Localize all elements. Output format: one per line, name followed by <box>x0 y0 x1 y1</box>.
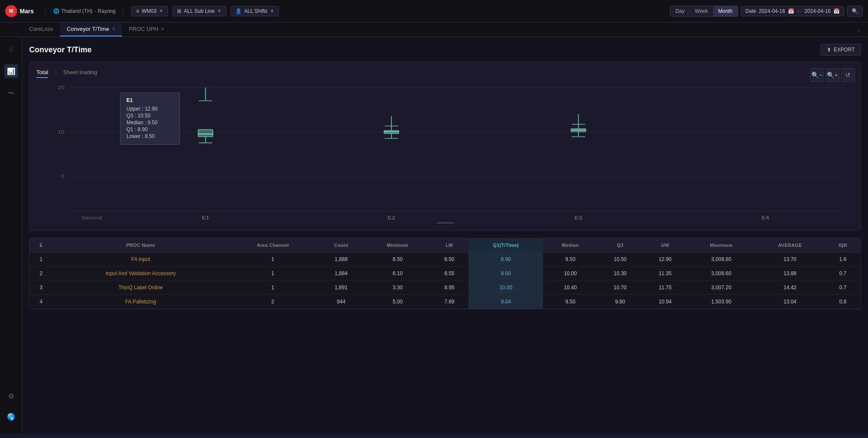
shifts-icon: 👤 <box>235 8 242 14</box>
chart-tab-sep: | <box>55 69 56 78</box>
cell-area-1: 1 <box>228 267 317 281</box>
export-icon: ⬆ <box>827 47 831 53</box>
svg-text:10: 10 <box>57 129 64 135</box>
col-uw: UW <box>643 238 688 252</box>
wm-value: WM03 <box>141 8 156 14</box>
subline-dropdown[interactable]: ⊞ ALL Sub Line ▼ <box>172 6 226 16</box>
cell-area-3: 2 <box>228 295 317 309</box>
subline-chevron: ▼ <box>217 9 222 13</box>
topbar-sep2 <box>123 6 123 16</box>
wm-chevron: ▼ <box>159 9 163 13</box>
calendar-icon-from[interactable]: 📅 <box>788 8 794 14</box>
svg-text:Second: Second <box>81 215 102 220</box>
cell-proc-2[interactable]: ThinQ Label Online <box>53 281 228 295</box>
cell-uw-0: 12.90 <box>643 252 688 267</box>
date-separator: — <box>797 8 802 14</box>
sidebar-settings-icon[interactable]: ⚙ <box>4 389 18 403</box>
table-row: 2 Input And Validation Accessory 1 1,884… <box>30 267 861 281</box>
cell-max-0: 3,008.60 <box>688 252 755 267</box>
cell-q3-1: 10.30 <box>598 267 643 281</box>
chart-scroll-indicator <box>36 222 854 224</box>
table-row: 1 FA Input 1 1,888 8.50 8.50 8.90 9.50 1… <box>30 252 861 267</box>
tabbar: CoreLoss Conveyor T/Time ✕ PROC UPH ✕ ⌄ <box>0 22 868 37</box>
time-period-selector: Day Week Month <box>670 6 738 17</box>
col-area: Area Channel <box>228 238 317 252</box>
svg-text:E2: E2 <box>387 215 395 220</box>
cell-e-0: 1 <box>30 252 53 267</box>
sidebar-wave-icon[interactable]: 〜 <box>4 87 18 100</box>
svg-text:E4: E4 <box>762 215 769 220</box>
cell-count-0: 1,888 <box>317 252 365 267</box>
cell-count-2: 1,891 <box>317 281 365 295</box>
sidebar-user-icon[interactable]: 🌎 <box>4 410 18 423</box>
week-button[interactable]: Week <box>690 6 713 16</box>
data-table-container: E PROC Name Area Channel Count Minimum L… <box>29 238 861 309</box>
tab-coreloss[interactable]: CoreLoss <box>22 22 60 36</box>
col-q1: Q1(T/Time) <box>469 238 543 252</box>
cell-area-2: 1 <box>228 281 317 295</box>
tab-proc-uph-label: PROC UPH <box>129 26 159 32</box>
col-proc: PROC Name <box>53 238 228 252</box>
main-layout: ⌂ 📊 〜 ⚙ 🌎 Conveyor T/Time ⬆ EXPORT Total… <box>0 37 868 434</box>
cell-e-1: 2 <box>30 267 53 281</box>
tab-expand-button[interactable]: ⌄ <box>850 23 868 36</box>
search-button[interactable]: 🔍 <box>847 6 863 17</box>
cell-count-3: 944 <box>317 295 365 309</box>
tab-conveyor-close[interactable]: ✕ <box>112 27 115 31</box>
shifts-dropdown[interactable]: 👤 ALL Shifts ▼ <box>231 6 279 16</box>
tooltip-title: E1 <box>126 97 174 103</box>
col-lw: LW <box>430 238 469 252</box>
tab-conveyor-label: Conveyor T/Time <box>67 26 109 32</box>
calendar-icon-to[interactable]: 📅 <box>833 8 840 14</box>
cell-q1-3: 9.04 <box>469 295 543 309</box>
tab-proc-uph-close[interactable]: ✕ <box>161 27 164 31</box>
cell-q3-2: 10.70 <box>598 281 643 295</box>
col-count: Count <box>317 238 365 252</box>
export-button[interactable]: ⬆ EXPORT <box>820 44 861 56</box>
tab-conveyor[interactable]: Conveyor T/Time ✕ <box>60 22 122 36</box>
export-label: EXPORT <box>834 47 855 53</box>
zoom-out-button[interactable]: 🔍− <box>810 68 824 82</box>
date-to: 2024-04-16 <box>805 8 831 14</box>
cell-max-3: 1,503.90 <box>688 295 755 309</box>
zoom-in-button[interactable]: 🔍+ <box>826 68 839 82</box>
sidebar-chart-icon[interactable]: 📊 <box>4 64 18 78</box>
svg-text:0: 0 <box>61 173 64 179</box>
cell-proc-3[interactable]: FA Palletizing <box>53 295 228 309</box>
sidebar-home-icon[interactable]: ⌂ <box>4 42 18 56</box>
cell-lw-0: 8.50 <box>430 252 469 267</box>
cell-proc-1[interactable]: Input And Validation Accessory <box>53 267 228 281</box>
logo-text: Mars <box>20 8 34 15</box>
subline-icon: ⊞ <box>177 8 181 14</box>
chart-tab-total[interactable]: Total <box>36 69 48 78</box>
col-min: Minimum <box>365 238 430 252</box>
cell-uw-1: 11.35 <box>643 267 688 281</box>
cell-lw-2: 8.95 <box>430 281 469 295</box>
month-button[interactable]: Month <box>713 6 738 16</box>
cell-iqr-3: 0.8 <box>825 295 861 309</box>
cell-avg-0: 13.70 <box>755 252 825 267</box>
topbar-sep1 <box>45 6 45 16</box>
svg-text:20: 20 <box>57 85 64 90</box>
tab-proc-uph[interactable]: PROC UPH ✕ <box>122 22 171 36</box>
breadcrumb-sep: › <box>94 8 96 14</box>
svg-rect-10 <box>198 129 213 137</box>
chart-tab-sheet[interactable]: Sheet loading <box>63 69 98 78</box>
cell-avg-1: 13.88 <box>755 267 825 281</box>
date-from: 2024-04-16 <box>759 8 785 14</box>
wm-dropdown[interactable]: ≡ WM03 ▼ <box>131 6 168 16</box>
logo-icon: M <box>5 5 17 17</box>
tooltip-q1: Q1 : 8.90 <box>126 126 174 132</box>
sidebar: ⌂ 📊 〜 ⚙ 🌎 <box>0 37 22 434</box>
cell-max-2: 3,007.20 <box>688 281 755 295</box>
day-button[interactable]: Day <box>670 6 690 16</box>
logo: M Mars <box>5 5 34 17</box>
col-max: Maximum <box>688 238 755 252</box>
col-e: E <box>30 238 53 252</box>
cell-proc-0[interactable]: FA Input <box>53 252 228 267</box>
cell-min-0: 8.50 <box>365 252 430 267</box>
chart-tooltip: E1 Upper : 12.90 Q3 : 10.50 Median : 9.5… <box>120 93 180 145</box>
cell-q1-0: 8.90 <box>469 252 543 267</box>
zoom-reset-button[interactable]: ↺ <box>841 68 855 82</box>
cell-min-3: 5.00 <box>365 295 430 309</box>
